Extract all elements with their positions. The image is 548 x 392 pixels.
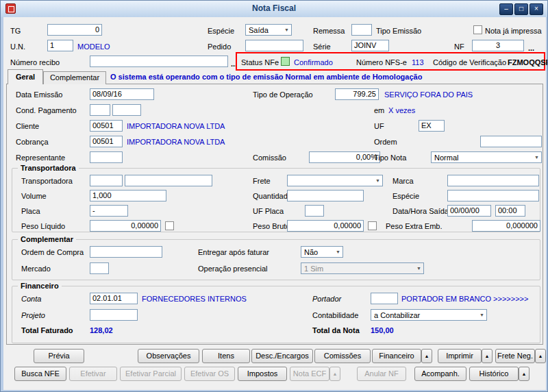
tipo-nota-select[interactable]: Normal ▼ <box>431 151 542 163</box>
total-nota-label: Total da Nota <box>312 326 360 335</box>
window-controls: – □ × <box>499 3 543 15</box>
impostos-button[interactable]: Impostos <box>238 367 287 381</box>
cond-pagamento-field-2[interactable] <box>112 104 141 116</box>
tipo-emissao-label: Tipo Emissão <box>376 26 421 36</box>
uf-placa-label: UF Placa <box>253 206 284 216</box>
peso-extra-field[interactable]: 0,000000 <box>472 220 540 232</box>
nf-field[interactable]: 3 <box>472 40 524 51</box>
codigo-verificacao-value: FZMOQQSF <box>508 58 548 67</box>
data-emissao-field[interactable]: 08/09/16 <box>90 88 154 100</box>
chevron-down-icon: ▼ <box>480 313 484 318</box>
acompanh-button[interactable]: Acompanh. <box>414 367 466 381</box>
historico-button[interactable]: Histórico <box>469 367 519 381</box>
busca-nfe-button[interactable]: Busca NFE <box>14 367 66 381</box>
tab-complementar[interactable]: Complementar <box>43 71 106 84</box>
transportadora-nome-field[interactable] <box>125 175 212 186</box>
observacoes-button[interactable]: Observações <box>138 349 199 363</box>
pedido-field[interactable] <box>245 40 303 51</box>
cond-pagamento-field-1[interactable] <box>90 104 110 116</box>
previa-button[interactable]: Prévia <box>34 349 84 363</box>
uf-placa-field[interactable] <box>305 205 324 217</box>
ordem-field[interactable] <box>480 136 542 147</box>
transportadora-label: Transportadora <box>21 176 73 186</box>
cobranca-field[interactable]: 00501 <box>90 136 123 147</box>
cliente-field[interactable]: 00501 <box>90 120 123 132</box>
peso-bruto-field[interactable]: 0,00000 <box>287 220 364 232</box>
minimize-button[interactable]: – <box>499 3 513 15</box>
close-button[interactable]: × <box>530 3 543 15</box>
peso-liquido-field[interactable]: 0,00000 <box>90 220 161 232</box>
financeiro-button[interactable]: Financeiro <box>372 349 421 363</box>
frete-neg-menu-arrow-icon[interactable]: ▲ <box>535 349 546 363</box>
ordem-compra-field[interactable] <box>90 246 162 258</box>
status-nfe-label: Status NFe <box>241 58 279 67</box>
status-green-indicator <box>281 57 290 66</box>
especie-select[interactable]: Saída ▼ <box>245 24 292 36</box>
financeiro-menu-arrow-icon[interactable]: ▲ <box>421 349 432 363</box>
total-faturado-label: Total Faturado <box>21 326 73 335</box>
comissoes-button[interactable]: Comissões <box>314 349 371 363</box>
ordem-label: Ordem <box>374 137 397 147</box>
titlebar[interactable]: Nota Fiscal – □ × <box>1 1 547 17</box>
portador-label: Portador <box>312 294 341 304</box>
nota-fiscal-window: Nota Fiscal – □ × TG 0 Espécie Saída ▼ R… <box>0 0 548 392</box>
recibo-field[interactable] <box>90 56 228 67</box>
tipo-nota-label: Tipo Nota <box>374 153 406 162</box>
uf-field[interactable]: EX <box>419 120 445 132</box>
conta-label: Conta <box>21 294 41 304</box>
un-field[interactable]: 1 <box>47 40 73 51</box>
portador-field[interactable] <box>371 293 398 304</box>
frete-neg-button[interactable]: Frete Neg. <box>495 349 535 363</box>
efetivar-parcial-button: Efetivar Parcial <box>120 367 182 381</box>
hora-saida-field[interactable]: 00:00 <box>495 205 525 217</box>
representante-field[interactable] <box>90 151 123 163</box>
entregar-label: Entregar após faturar <box>198 247 269 257</box>
imprimir-button[interactable]: Imprimir <box>438 349 482 363</box>
window-title: Nota Fiscal <box>1 3 547 13</box>
transportadora-group-title: Transportadora <box>18 163 79 173</box>
nota-ecf-menu-arrow-icon: ▲ <box>329 367 340 381</box>
peso-bruto-checkbox[interactable] <box>368 221 377 230</box>
projeto-field[interactable] <box>90 309 138 321</box>
nota-impressa-checkbox[interactable] <box>473 25 482 34</box>
chevron-down-icon: ▼ <box>375 178 380 184</box>
complementar-group-title: Complementar <box>18 234 76 244</box>
quantidade-field[interactable] <box>287 190 364 201</box>
volume-label: Volume <box>21 191 47 201</box>
cobranca-nome: IMPORTADORA NOVA LTDA <box>127 137 225 147</box>
representante-label: Representante <box>16 153 65 162</box>
marca-field[interactable] <box>447 175 539 186</box>
volume-field[interactable]: 1,000 <box>90 190 166 201</box>
chevron-down-icon: ▼ <box>284 27 289 33</box>
entregar-select[interactable]: Não ▼ <box>301 246 343 258</box>
imprimir-menu-arrow-icon[interactable]: ▲ <box>482 349 493 363</box>
nf-lookup-button[interactable]: ... <box>528 43 534 53</box>
comissao-field[interactable]: 0,00% <box>309 151 380 163</box>
tg-field[interactable]: 0 <box>47 24 102 36</box>
desc-encargos-button[interactable]: Desc./Encargos <box>251 349 313 363</box>
transportadora-cod-field[interactable] <box>90 175 123 186</box>
mercado-field[interactable] <box>90 262 109 274</box>
itens-button[interactable]: Itens <box>202 349 250 363</box>
especie-transp-field[interactable] <box>447 190 539 201</box>
cliente-label: Cliente <box>16 121 39 131</box>
frete-select[interactable]: ▼ <box>287 175 383 186</box>
peso-liquido-checkbox[interactable] <box>165 221 174 230</box>
em-label: em <box>374 106 384 115</box>
remessa-field[interactable] <box>351 24 372 36</box>
contabilidade-select[interactable]: a Contabilizar ▼ <box>371 309 487 321</box>
tab-geral[interactable]: Geral <box>8 69 43 84</box>
chevron-down-icon: ▼ <box>336 249 340 255</box>
serie-field[interactable]: JOINV <box>351 40 389 51</box>
recibo-label: Número recibo <box>10 58 60 67</box>
historico-menu-arrow-icon[interactable]: ▲ <box>519 367 530 381</box>
conta-field[interactable]: 02.01.01 <box>90 293 138 304</box>
nota-impressa-label: Nota já impressa <box>485 26 542 36</box>
restore-button[interactable]: □ <box>514 3 528 15</box>
placa-field[interactable]: - <box>90 205 128 217</box>
un-label: U.N. <box>10 42 25 51</box>
frete-label: Frete <box>253 176 271 186</box>
mercado-label: Mercado <box>21 264 51 273</box>
tipo-operacao-field[interactable]: 799.25 <box>335 88 379 100</box>
data-saida-field[interactable]: 00/00/00 <box>447 205 491 217</box>
